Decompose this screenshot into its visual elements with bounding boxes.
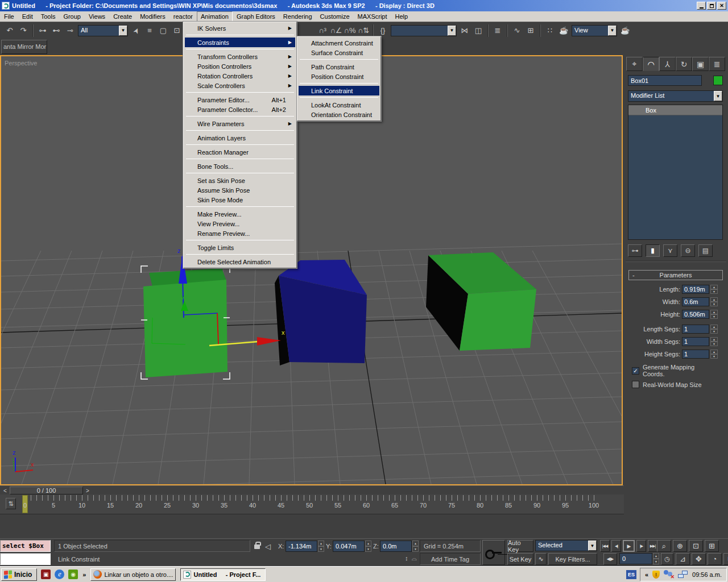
menu-item-reaction-manager[interactable]: Reaction Manager (185, 147, 295, 157)
play-icon[interactable]: ▶ (623, 540, 635, 552)
z-spinner[interactable]: ▲▼ (412, 541, 419, 552)
align-icon[interactable]: ◫ (472, 24, 485, 38)
menu-item-wire-parameters[interactable]: Wire Parameters▶ (185, 119, 295, 128)
zoom-extents-all-icon[interactable]: ⊞ (705, 540, 719, 552)
spinner-arrows[interactable]: ▲▼ (710, 325, 718, 334)
tab-motion-icon[interactable]: ↻ (676, 57, 692, 71)
box03-front-face[interactable] (460, 289, 536, 351)
box01-front-face[interactable] (143, 280, 228, 377)
configure-modifier-sets-icon[interactable]: ▤ (698, 244, 713, 257)
time-slider-value[interactable]: 0 / 100 (10, 487, 83, 494)
menu-graph-editors[interactable]: Graph Editors (233, 11, 279, 22)
key-filter-selection-dropdown[interactable]: Selected ▼ (535, 540, 597, 551)
rollout-collapse-icon[interactable]: - (632, 272, 635, 278)
menu-create[interactable]: Create (109, 11, 136, 22)
minimize-button[interactable] (697, 2, 706, 10)
quick-launch-app-icon[interactable]: ▣ (41, 569, 51, 579)
tab-create-icon[interactable]: ⌖ (626, 57, 643, 71)
make-unique-icon[interactable]: ⋎ (663, 244, 677, 257)
rect-selection-region-icon[interactable]: ▢ (157, 24, 169, 38)
time-slider-bar[interactable]: < 0 / 100 > (0, 485, 624, 494)
menu-item-ik-solvers[interactable]: IK Solvers▶ (185, 23, 295, 33)
maxscript-mini-listener[interactable]: select $Box (0, 540, 51, 552)
stack-item-box[interactable]: Box (628, 105, 722, 115)
param-field-width-segs[interactable]: 1 (682, 337, 709, 346)
render-scene-icon[interactable]: ☕ (557, 24, 570, 38)
schematic-view-icon[interactable]: ⊞ (524, 24, 537, 38)
select-and-link-icon[interactable]: ⊶ (36, 24, 49, 38)
language-indicator[interactable]: ES (626, 570, 636, 579)
submenu-item-link-constraint[interactable]: Link Constraint (299, 86, 379, 95)
previous-frame-icon[interactable]: ◀| (611, 540, 621, 552)
layer-manager-icon[interactable]: ≣ (491, 24, 504, 38)
redo-icon[interactable]: ↷ (17, 24, 30, 38)
gizmo-x-arrowhead[interactable] (257, 337, 281, 346)
submenu-item-lookat-constraint[interactable]: LookAt Constraint (299, 100, 379, 110)
param-field-width[interactable]: 0.6m (682, 297, 709, 306)
menu-item-make-preview[interactable]: Make Preview... (185, 209, 295, 219)
bind-to-space-warp-icon[interactable]: ⊸ (64, 24, 76, 38)
y-coordinate-field[interactable]: 0.047m (333, 541, 365, 552)
users-icon[interactable]: ✕ (664, 570, 674, 579)
x-spinner[interactable]: ▲▼ (318, 541, 324, 552)
menu-tools[interactable]: Tools (37, 11, 60, 22)
remove-modifier-icon[interactable]: ⊖ (681, 244, 695, 257)
modifier-stack[interactable]: Box (628, 105, 723, 240)
z-coordinate-field[interactable]: 0.0m (380, 541, 412, 552)
viewport-label[interactable]: Perspective (5, 60, 37, 66)
submenu-item-position-constraint[interactable]: Position Constraint (299, 72, 379, 81)
menu-maxscript[interactable]: MAXScript (354, 11, 391, 22)
task-button-linkar-un-ob[interactable]: Linkar un objeto a otro..... (90, 568, 176, 581)
checkbox-real-world-map-size[interactable]: Real-World Map Size (627, 381, 718, 388)
set-keys-button[interactable] (482, 540, 505, 565)
dropdown-arrow-icon[interactable]: ▼ (588, 541, 597, 551)
zoom-extents-icon[interactable]: ⊡ (689, 540, 703, 552)
param-field-length-segs[interactable]: 1 (682, 325, 709, 334)
undo-icon[interactable]: ↶ (3, 24, 16, 38)
toolbar-tab[interactable]: anta Mirror Mor (1, 40, 47, 54)
curve-editor-icon[interactable]: ∿ (511, 24, 523, 38)
menu-item-rename-preview[interactable]: Rename Preview... (185, 228, 295, 238)
set-key-button[interactable]: Set Key (507, 553, 533, 565)
menu-group[interactable]: Group (59, 11, 85, 22)
menu-item-scale-controllers[interactable]: Scale Controllers▶ (185, 81, 295, 90)
menu-animation[interactable]: Animation (197, 11, 233, 22)
dropdown-arrow-icon[interactable]: ▼ (608, 26, 617, 36)
go-to-start-icon[interactable]: |◀◀ (600, 540, 610, 552)
menu-item-toggle-limits[interactable]: Toggle Limits (185, 243, 295, 252)
material-editor-icon[interactable]: ∷ (544, 24, 556, 38)
select-by-name-icon[interactable]: ≡ (143, 24, 156, 38)
param-field-height-segs[interactable]: 1 (682, 350, 709, 359)
spinner-arrows[interactable]: ▲▼ (710, 350, 718, 359)
field-of-view-icon[interactable]: ⊿ (676, 553, 690, 565)
edit-named-selection-sets-icon[interactable]: {} (377, 24, 389, 38)
zoom-all-icon[interactable]: ⊕ (673, 540, 687, 552)
modifier-list-dropdown[interactable]: Modifier List ▼ (628, 90, 723, 102)
time-slider-next-arrow[interactable]: > (84, 487, 92, 494)
render-type-dropdown[interactable]: View ▼ (572, 25, 617, 36)
auto-key-button[interactable]: Auto Key (507, 540, 533, 552)
security-shield-icon[interactable]: ! (652, 571, 660, 579)
menu-item-constraints[interactable]: Constraints▶ (185, 38, 295, 47)
menu-item-parameter-collector[interactable]: Parameter Collector...Alt+2 (185, 105, 295, 114)
spinner-arrows[interactable]: ▲▼ (710, 297, 718, 306)
window-crossing-icon[interactable]: ⊡ (171, 24, 183, 38)
time-configuration-icon[interactable]: ◷ (661, 553, 673, 565)
prompt-pane-resize-icon[interactable]: ↕ (405, 555, 408, 562)
angle-snap-icon[interactable]: ∩∠ (330, 24, 342, 38)
restore-button[interactable] (707, 2, 716, 10)
spinner-arrows[interactable]: ▲▼ (710, 337, 718, 346)
menu-item-view-preview[interactable]: View Preview... (185, 219, 295, 228)
menu-help[interactable]: Help (391, 11, 412, 22)
spinner-snap-icon[interactable]: ∩⇅ (357, 24, 370, 38)
param-field-height[interactable]: 0.506m (682, 310, 709, 319)
named-selection-sets-dropdown[interactable]: ▼ (391, 25, 457, 36)
submenu-item-surface-constraint[interactable]: Surface Constraint (299, 48, 379, 57)
dropdown-arrow-icon[interactable]: ▼ (714, 91, 722, 101)
tray-chevron[interactable]: « (645, 571, 648, 578)
snap-toggle-3d-icon[interactable]: ∩³ (316, 24, 329, 38)
select-object-icon[interactable]: ➤ (127, 22, 144, 39)
maxscript-mini-input[interactable] (0, 553, 51, 565)
menu-item-rotation-controllers[interactable]: Rotation Controllers▶ (185, 71, 295, 81)
open-mini-curve-editor-icon[interactable]: ⇅ (6, 498, 16, 509)
